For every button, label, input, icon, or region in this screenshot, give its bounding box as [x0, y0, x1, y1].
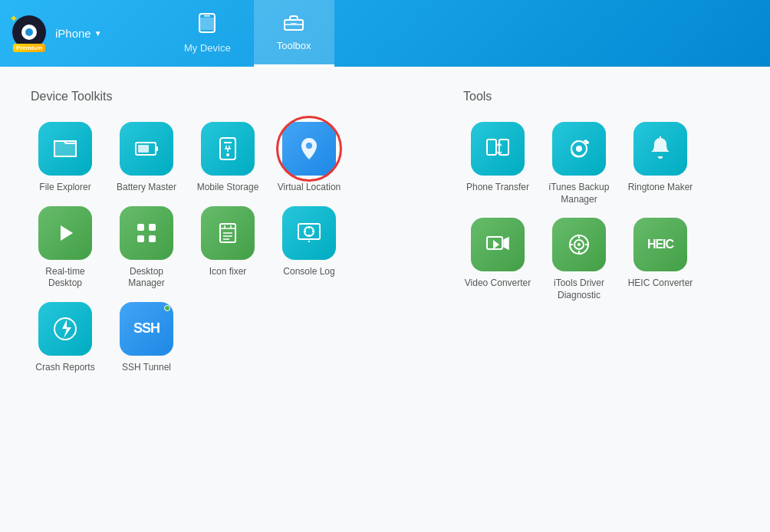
- svg-rect-15: [137, 224, 144, 231]
- svg-rect-33: [487, 140, 496, 155]
- realtime-desktop-label: Real-time Desktop: [31, 266, 100, 290]
- virtual-location-icon: [282, 122, 336, 176]
- nav-tabs: My Device Toolbox: [161, 0, 334, 67]
- svg-marker-41: [504, 238, 508, 249]
- crash-reports-icon: [38, 302, 92, 356]
- device-dropdown-icon[interactable]: ▼: [94, 29, 102, 38]
- device-toolkits-section: Device Toolkits File Explorer: [31, 90, 417, 373]
- tab-my-device[interactable]: My Device: [161, 0, 254, 67]
- driver-diagnostic-icon: [552, 218, 606, 271]
- tool-desktop-manager[interactable]: Desktop Manager: [112, 206, 181, 290]
- mobile-storage-icon: [201, 122, 255, 176]
- ssh-tunnel-icon: SSH: [120, 302, 173, 356]
- icon-fixer-icon: [201, 206, 255, 260]
- virtual-location-label: Virtual Location: [278, 182, 341, 194]
- svg-point-11: [226, 153, 229, 156]
- device-toolkits-grid: File Explorer Battery Master: [31, 122, 417, 373]
- svg-rect-17: [137, 235, 144, 242]
- heic-converter-icon: HEIC: [633, 218, 687, 271]
- my-device-icon: [199, 13, 216, 38]
- itunes-backup-label: iTunes Backup Manager: [545, 182, 614, 205]
- toolbox-icon: [284, 14, 304, 35]
- tool-realtime-desktop[interactable]: Real-time Desktop: [31, 206, 100, 290]
- tools-section: Tools Phone Transfer: [463, 90, 739, 373]
- svg-point-45: [578, 243, 581, 246]
- svg-point-38: [586, 141, 589, 144]
- tool-virtual-location[interactable]: Virtual Location: [275, 122, 344, 194]
- tool-battery-master[interactable]: Battery Master: [112, 122, 181, 194]
- svg-rect-9: [138, 145, 149, 153]
- ssh-tunnel-label: SSH Tunnel: [122, 362, 171, 374]
- video-converter-icon: [471, 218, 525, 271]
- header: ✦ Premium iPhone ▼: [0, 0, 770, 67]
- my-device-label: My Device: [184, 42, 231, 54]
- tool-ringtone-maker[interactable]: Ringtone Maker: [626, 122, 695, 205]
- tools-grid: Phone Transfer: [463, 122, 739, 301]
- tab-toolbox[interactable]: Toolbox: [254, 0, 334, 67]
- file-explorer-icon: [38, 122, 92, 176]
- realtime-desktop-icon: [38, 206, 92, 260]
- app-logo: ✦ Premium: [12, 15, 49, 52]
- tool-heic-converter[interactable]: HEIC HEIC Converter: [626, 218, 695, 301]
- itunes-backup-icon: [552, 122, 606, 176]
- device-label: iPhone: [55, 27, 91, 40]
- ssh-notification-dot: [164, 305, 170, 311]
- device-name: iPhone ▼: [55, 27, 102, 40]
- tool-video-converter[interactable]: Video Converter: [463, 218, 532, 301]
- tool-ssh-tunnel[interactable]: SSH SSH Tunnel: [112, 302, 181, 374]
- tool-phone-transfer[interactable]: Phone Transfer: [463, 122, 532, 205]
- tool-crash-reports[interactable]: Crash Reports: [31, 302, 100, 374]
- driver-diagnostic-label: iTools Driver Diagnostic: [545, 277, 614, 301]
- desktop-manager-icon: [120, 206, 173, 260]
- video-converter-label: Video Converter: [465, 277, 531, 290]
- device-toolkits-title: Device Toolkits: [31, 90, 417, 103]
- heic-converter-label: HEIC Converter: [628, 277, 693, 290]
- logo-pupil: [25, 28, 33, 36]
- svg-point-37: [576, 146, 582, 152]
- icon-fixer-label: Icon fixer: [209, 266, 247, 278]
- svg-point-13: [306, 143, 312, 149]
- phone-transfer-icon: [471, 122, 525, 176]
- crash-reports-label: Crash Reports: [35, 362, 94, 374]
- console-log-label: Console Log: [283, 266, 334, 278]
- tools-title: Tools: [463, 90, 739, 103]
- svg-marker-42: [493, 240, 499, 249]
- battery-master-label: Battery Master: [117, 182, 176, 194]
- console-log-icon: [282, 206, 336, 260]
- main-content: Device Toolkits File Explorer: [0, 67, 770, 532]
- tool-file-explorer[interactable]: File Explorer: [31, 122, 100, 194]
- phone-transfer-label: Phone Transfer: [466, 182, 529, 194]
- svg-rect-2: [200, 18, 214, 30]
- tool-mobile-storage[interactable]: Mobile Storage: [193, 122, 262, 194]
- svg-rect-8: [156, 146, 158, 151]
- tool-console-log[interactable]: Console Log: [275, 206, 344, 290]
- premium-badge: Premium: [13, 44, 45, 52]
- svg-rect-16: [149, 224, 156, 231]
- battery-master-icon: [120, 122, 173, 176]
- svg-rect-4: [291, 23, 297, 25]
- file-explorer-label: File Explorer: [39, 182, 90, 194]
- svg-marker-14: [61, 225, 73, 241]
- ringtone-maker-label: Ringtone Maker: [628, 182, 693, 194]
- mobile-storage-label: Mobile Storage: [197, 182, 259, 194]
- sections-wrapper: Device Toolkits File Explorer: [31, 90, 739, 373]
- logo-section: ✦ Premium iPhone ▼: [0, 0, 161, 67]
- tool-itunes-backup[interactable]: iTunes Backup Manager: [545, 122, 614, 205]
- logo-eye: [21, 25, 37, 40]
- tool-driver-diagnostic[interactable]: iTools Driver Diagnostic: [545, 218, 614, 301]
- svg-rect-1: [204, 15, 210, 17]
- desktop-manager-label: Desktop Manager: [112, 266, 181, 290]
- svg-rect-18: [149, 235, 156, 242]
- ringtone-maker-icon: [633, 122, 687, 176]
- tool-icon-fixer[interactable]: Icon fixer: [193, 206, 262, 290]
- toolbox-label: Toolbox: [277, 40, 311, 51]
